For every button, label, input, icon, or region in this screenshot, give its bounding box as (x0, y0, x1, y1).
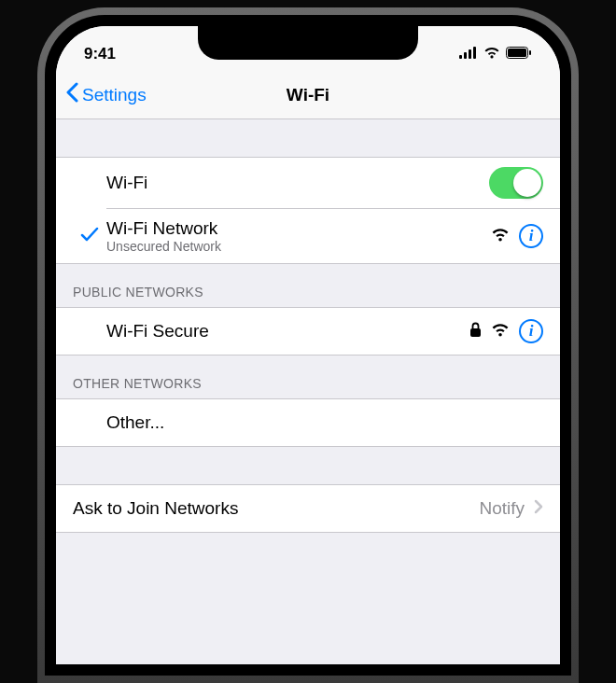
svg-rect-5 (508, 49, 526, 57)
nav-bar: Settings Wi-Fi (56, 71, 560, 119)
public-networks-header: PUBLIC NETWORKS (56, 264, 560, 307)
other-networks-header: OTHER NETWORKS (56, 355, 560, 398)
info-icon[interactable]: i (519, 319, 543, 343)
connected-network-row[interactable]: Wi-Fi Network Unsecured Network i (56, 209, 560, 264)
wifi-toggle-row[interactable]: Wi-Fi (56, 157, 560, 208)
public-network-row[interactable]: Wi-Fi Secure i (56, 307, 560, 355)
wifi-toggle-label: Wi-Fi (106, 173, 489, 193)
spacer (56, 119, 560, 157)
status-time: 9:41 (84, 45, 116, 63)
content: Wi-Fi (56, 119, 560, 533)
chevron-right-icon (534, 499, 543, 518)
phone-bezel: 9:41 Set (45, 15, 571, 676)
svg-rect-0 (459, 55, 462, 59)
info-icon[interactable]: i (519, 224, 543, 248)
notch (198, 26, 418, 60)
screen: 9:41 Set (56, 26, 560, 664)
chevron-left-icon (65, 82, 78, 107)
ask-to-join-label: Ask to Join Networks (73, 498, 479, 519)
back-label: Settings (82, 85, 147, 105)
cellular-icon (459, 46, 478, 63)
lock-icon (469, 322, 482, 342)
ask-to-join-value: Notify (479, 498, 525, 519)
spacer (56, 447, 560, 484)
wifi-group: Wi-Fi (56, 157, 560, 264)
svg-rect-2 (469, 49, 471, 59)
phone-frame: 9:41 Set (37, 7, 579, 683)
wifi-signal-icon (491, 323, 510, 341)
wifi-signal-icon (491, 228, 510, 245)
battery-icon (506, 46, 532, 63)
status-icons (459, 46, 532, 63)
other-label: Other... (106, 412, 543, 433)
wifi-toggle-switch[interactable] (489, 167, 543, 199)
ask-to-join-row[interactable]: Ask to Join Networks Notify (56, 484, 560, 533)
svg-rect-3 (473, 47, 476, 59)
other-network-row[interactable]: Other... (56, 398, 560, 447)
wifi-icon (483, 46, 500, 63)
back-button[interactable]: Settings (56, 82, 147, 107)
svg-rect-6 (529, 50, 531, 55)
connected-network-name: Wi-Fi Network (106, 218, 491, 239)
checkmark-icon (80, 226, 99, 246)
svg-rect-7 (470, 328, 481, 337)
connected-network-subtitle: Unsecured Network (106, 239, 491, 254)
public-network-name: Wi-Fi Secure (106, 321, 469, 342)
toggle-knob (513, 169, 541, 197)
svg-rect-1 (464, 52, 467, 59)
